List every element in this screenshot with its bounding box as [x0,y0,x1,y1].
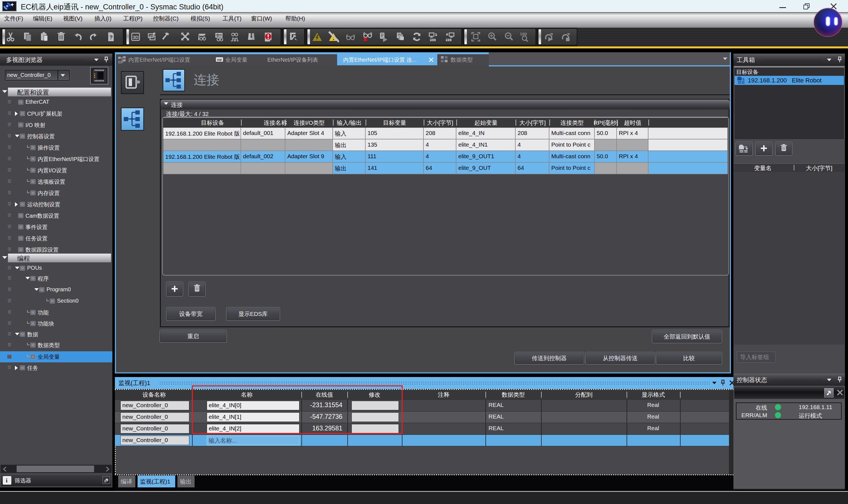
svg-text:EIP: EIP [118,60,123,64]
svg-text:100: 100 [520,32,527,36]
svg-text:var: var [217,58,222,62]
svg-text:3D: 3D [132,35,139,40]
svg-text:?: ? [109,34,113,40]
